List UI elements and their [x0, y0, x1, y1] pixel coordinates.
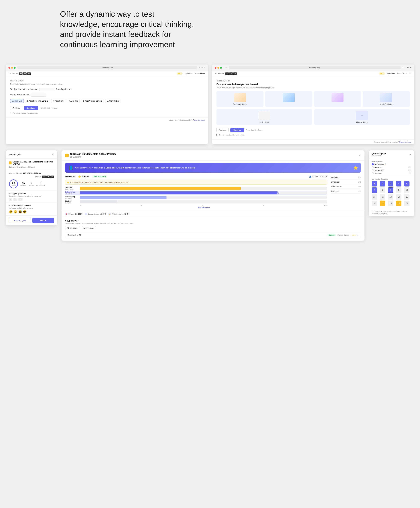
- focus-mode-btn-2[interactable]: Focus Mode: [397, 73, 407, 75]
- finish-btn[interactable]: Finish!: [32, 218, 54, 223]
- dot-red-2[interactable]: [215, 67, 216, 69]
- dot-yellow-1[interactable]: [11, 67, 13, 69]
- num-btn-1[interactable]: 1: [372, 181, 377, 187]
- dragdrop-ratio: 1/2: [100, 213, 102, 215]
- reload-icon[interactable]: ↻: [204, 67, 205, 69]
- report-link-1[interactable]: Report An Issue: [193, 119, 205, 121]
- qnav-info-text: Choose tab finds questions that need to …: [372, 211, 407, 215]
- answer-badge-correct: Correct: [327, 234, 336, 236]
- result-close-btn[interactable]: ✕: [359, 154, 361, 157]
- nav-fwd-2[interactable]: ›: [226, 67, 227, 69]
- drop-zone-1[interactable]: [258, 111, 270, 120]
- num-btn-9[interactable]: 9: [396, 187, 401, 193]
- reload-icon-2[interactable]: ↻: [407, 67, 409, 69]
- quiz-content-1: Question 8 of 20 Drag and drop these til…: [6, 76, 208, 118]
- bookmark-icon-2[interactable]: □: [405, 67, 406, 69]
- match-grid: Dashboard Screen Mobile Application: [216, 91, 410, 107]
- url-bar-1[interactable]: trenning.app: [17, 66, 197, 69]
- dot-red-1[interactable]: [8, 67, 10, 69]
- chip-align-right[interactable]: ≡ Align Right: [51, 99, 65, 103]
- num-btn-7[interactable]: 7: [380, 187, 385, 193]
- num-btn-10[interactable]: 10: [404, 187, 410, 193]
- match-item-2[interactable]: [265, 91, 312, 107]
- focus-mode-btn-1[interactable]: Focus Mode: [195, 73, 205, 75]
- answer-list-item-1[interactable]: Question 1 of 20 Correct Multiple Choice…: [65, 232, 361, 238]
- skipped-num-1[interactable]: 1: [9, 198, 12, 201]
- match-item-4[interactable]: Mobile Application: [363, 91, 410, 107]
- report-link-2[interactable]: Report An Issue: [399, 141, 411, 143]
- hotspot-label: Hotspot: [68, 213, 74, 215]
- share-icon-2[interactable]: ⤴: [402, 67, 404, 69]
- quiz-nav-btn-2[interactable]: Quiz Nav: [387, 73, 395, 75]
- quiz-header-right-1: ⭐ 1 Quiz Nav Focus Mode: [177, 72, 205, 75]
- emoji-4: 😎: [23, 210, 27, 214]
- num-btn-14[interactable]: 14: [396, 194, 401, 200]
- num-btn-19[interactable]: 19: [396, 201, 401, 206]
- emoji-2: 😊: [14, 210, 17, 214]
- num-btn-2[interactable]: 2: [380, 181, 385, 187]
- skipped-num-19[interactable]: 19: [18, 198, 22, 201]
- match-label-1: Dashboard Screen: [218, 103, 262, 105]
- qnav-option-notanswered[interactable]: Not Answered 16: [372, 169, 411, 171]
- filter-type-select[interactable]: All quiz type ▾: [65, 226, 80, 230]
- modal-close-btn[interactable]: ✕: [52, 153, 54, 156]
- num-btn-18[interactable]: 18: [388, 201, 393, 206]
- num-btn-3[interactable]: 3: [388, 181, 393, 187]
- qnav-option-all[interactable]: All Question 📋: [372, 163, 411, 165]
- num-btn-20[interactable]: 20: [404, 201, 410, 206]
- score-value: 140pts: [81, 175, 89, 178]
- chip-align-vert[interactable]: ⊞ Align Vertical Centers: [81, 99, 104, 103]
- close-btn-2[interactable]: ✕: [409, 73, 411, 75]
- drop-item-2[interactable]: ⟳ Sign Up Screen: [314, 109, 410, 125]
- emoji-1: 😕: [9, 210, 13, 214]
- stat-skipped: 1 Skipped 6%: [331, 189, 361, 194]
- chip-align-horiz[interactable]: ⊞ Align Horizontal Centers: [25, 99, 50, 103]
- num-btn-8[interactable]: 8: [388, 187, 393, 193]
- not-sure-checkbox-1[interactable]: [10, 112, 12, 114]
- nav-back-2[interactable]: ‹: [225, 67, 225, 69]
- dot-green-2[interactable]: [220, 67, 222, 69]
- match-item-3[interactable]: [314, 91, 361, 107]
- chip-align-bottom[interactable]: ⊥ Align Bottom: [105, 99, 121, 103]
- num-btn-4[interactable]: 4: [396, 181, 401, 187]
- num-btn-16[interactable]: 16: [372, 201, 377, 206]
- qnav-close-btn[interactable]: ✕: [409, 153, 411, 156]
- share-icon[interactable]: ⤴: [199, 67, 200, 69]
- dot-yellow-2[interactable]: [217, 67, 219, 69]
- mastery-track-established: [80, 191, 327, 194]
- match-item-1[interactable]: Dashboard Screen: [216, 91, 263, 107]
- qnav-option-answered-left: Answered: [372, 166, 382, 168]
- expand-icon[interactable]: ▾: [357, 234, 358, 236]
- skipped-num-17[interactable]: 17: [13, 198, 17, 201]
- dot-green-1[interactable]: [14, 67, 16, 69]
- not-sure-checkbox-2[interactable]: [216, 134, 218, 136]
- filter-answers-select[interactable]: All answers ▾: [81, 226, 96, 230]
- num-btn-5[interactable]: 5: [404, 181, 410, 187]
- stats-row: 20 Question 15 Answered 5 Not sure 5 Not…: [9, 179, 54, 188]
- url-bar-2[interactable]: trenning.app: [229, 66, 401, 69]
- quiz-nav-btn-1[interactable]: Quiz Nav: [185, 73, 192, 75]
- continue-button-1[interactable]: Continue: [24, 106, 38, 110]
- close-icon-2[interactable]: ✕: [410, 67, 412, 69]
- num-btn-12[interactable]: 12: [380, 194, 385, 200]
- mastery-chart: Superior 100 - 200pts Established 80 - 9…: [65, 186, 327, 204]
- qnav-option-answered[interactable]: Answered 15: [372, 166, 411, 168]
- bookmark-icon[interactable]: □: [201, 67, 202, 69]
- chip-align-left[interactable]: ☰ Align Left: [10, 99, 24, 103]
- num-btn-17[interactable]: 17: [380, 201, 385, 206]
- back-to-quiz-btn[interactable]: Back to Quiz: [9, 218, 31, 223]
- qnav-option-notsure[interactable]: Not Sure 5: [372, 172, 411, 174]
- num-btn-15[interactable]: 15: [404, 194, 410, 200]
- prev-button-1[interactable]: Previous: [10, 106, 22, 110]
- time-seg-s-2: 15: [233, 73, 237, 75]
- num-btn-6[interactable]: 6: [372, 187, 377, 193]
- drop-item-1[interactable]: Landing Page: [216, 109, 312, 125]
- num-btn-11[interactable]: 11: [372, 194, 377, 200]
- num-btn-13[interactable]: 13: [388, 194, 393, 200]
- continue-button-2[interactable]: Continue: [230, 128, 244, 132]
- prev-button-2[interactable]: Previous: [216, 128, 228, 132]
- blank-box-2[interactable]: [31, 93, 46, 97]
- answer-type: Multiple Choice: [338, 234, 349, 236]
- blank-box-1[interactable]: [39, 88, 54, 91]
- chip-align-top[interactable]: ⊤ Align Top: [66, 99, 80, 103]
